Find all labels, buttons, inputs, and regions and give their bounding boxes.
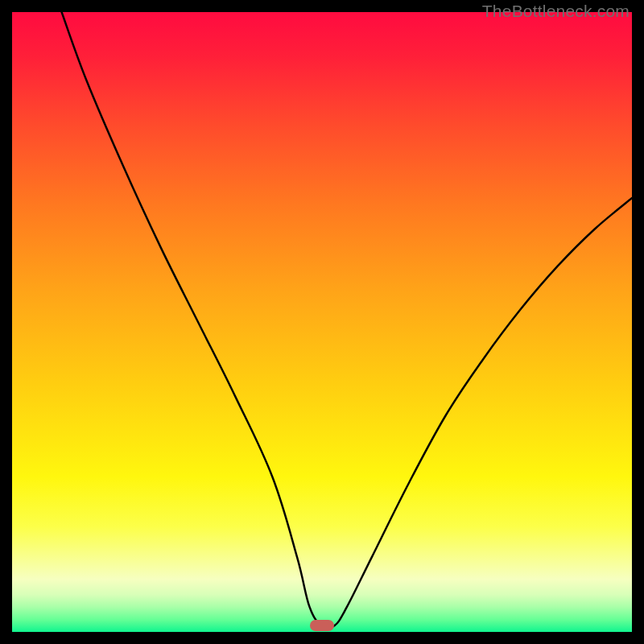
optimum-marker (310, 620, 334, 631)
attribution-text: TheBottleneck.com (482, 2, 630, 21)
chart-frame: TheBottleneck.com (0, 0, 644, 644)
plot-area (12, 12, 632, 632)
bottleneck-curve (12, 12, 632, 632)
